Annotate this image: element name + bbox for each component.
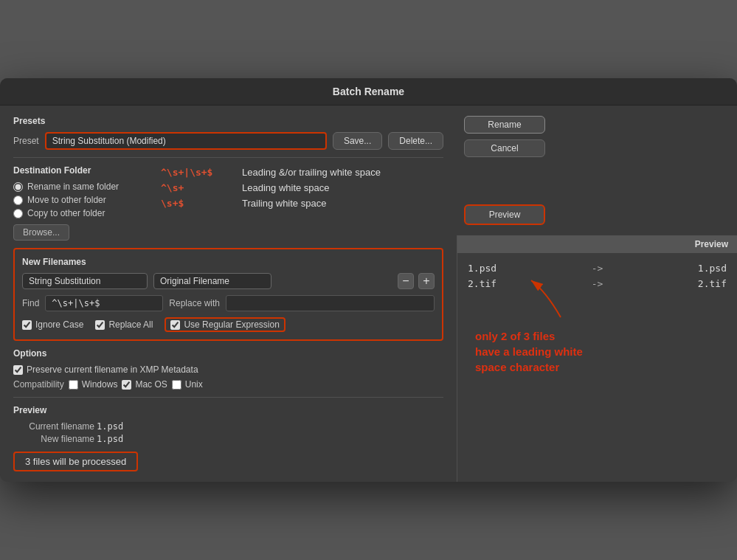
save-button[interactable]: Save...: [333, 132, 382, 150]
preview-filename-grid: Current filename 1.psd New filename 1.ps…: [13, 421, 443, 444]
presets-section: Presets Preset String Substitution (Modi…: [13, 116, 443, 150]
use-regex-checkbox[interactable]: Use Regular Expression: [165, 317, 285, 332]
nf-controls: − +: [398, 273, 435, 289]
preview-row-2: 2.tif -> 2.tif: [468, 276, 727, 291]
preview-panel-header: Preview: [457, 235, 737, 253]
new-filenames-label: New Filenames: [22, 257, 435, 267]
right-buttons: Rename Cancel Preview: [457, 106, 553, 235]
compat-label: Compatibility: [13, 379, 64, 390]
preview-orig-2: 2.tif: [468, 278, 496, 289]
new-filename-key: New filename: [13, 434, 94, 444]
code-1: ^\s+|\s+$: [161, 165, 212, 181]
preset-select[interactable]: String Substitution (Modified): [45, 132, 327, 150]
minus-button[interactable]: −: [398, 273, 414, 289]
current-filename-key: Current filename: [13, 421, 94, 432]
preview-button[interactable]: Preview: [464, 204, 545, 225]
destination-label: Destination Folder: [13, 165, 161, 176]
tooltip-codes: ^\s+|\s+$ ^\s+ \s+$: [161, 165, 212, 211]
nf-type-select[interactable]: String Substitution: [22, 273, 148, 289]
tooltip-desc-1: Leading &/or trailing white space: [242, 165, 381, 181]
preview-bottom-label: Preview: [13, 405, 443, 415]
nf-source-select[interactable]: Original Filename: [153, 273, 271, 289]
tooltip-area: ^\s+|\s+$ ^\s+ \s+$ Leading &/or trailin…: [161, 165, 443, 241]
code-2: ^\s+: [161, 181, 212, 196]
options-label: Options: [13, 348, 443, 359]
preserve-xmp-checkbox[interactable]: Preserve current filename in XMP Metadat…: [13, 364, 443, 375]
ignore-case-label: Ignore Case: [35, 319, 83, 330]
title-bar: Batch Rename: [0, 78, 737, 106]
replace-all-label: Replace All: [108, 319, 153, 330]
ignore-case-checkbox[interactable]: Ignore Case: [22, 317, 83, 332]
unix-label: Unix: [185, 379, 203, 390]
current-filename-val: 1.psd: [97, 421, 443, 432]
radio-rename-same[interactable]: Rename in same folder: [13, 182, 161, 192]
delete-button[interactable]: Delete...: [388, 132, 443, 150]
replace-label: Replace with: [169, 298, 220, 308]
destination-section: Destination Folder Rename in same folder…: [13, 165, 443, 241]
preview-result-2: 2.tif: [698, 278, 727, 289]
macos-compat[interactable]: Mac OS: [122, 379, 167, 390]
macos-label: Mac OS: [135, 379, 167, 390]
destination-left: Destination Folder Rename in same folder…: [13, 165, 161, 241]
preview-row-1: 1.psd -> 1.psd: [468, 260, 727, 276]
code-3: \s+$: [161, 196, 212, 212]
files-badge: 3 files will be processed: [13, 452, 138, 471]
plus-button[interactable]: +: [418, 273, 435, 289]
preview-panel-rows: 1.psd -> 1.psd 2.tif -> 2.tif: [457, 253, 737, 299]
nf-find-row: Find Replace with: [22, 295, 435, 311]
dialog-title: Batch Rename: [333, 86, 404, 97]
preview-arrow-1: ->: [592, 263, 603, 274]
preview-bottom-section: Preview Current filename 1.psd New filen…: [13, 405, 443, 471]
preview-orig-1: 1.psd: [468, 263, 496, 274]
left-panel: Presets Preset String Substitution (Modi…: [0, 106, 457, 482]
new-filenames-box: New Filenames String Substitution Origin…: [13, 248, 443, 341]
preview-result-1: 1.psd: [698, 263, 727, 274]
replace-input[interactable]: [226, 295, 435, 311]
right-preview-panel: Preview 1.psd -> 1.psd 2.tif -> 2.tif: [457, 235, 737, 482]
batch-rename-dialog: Batch Rename Presets Preset String Subst…: [0, 78, 737, 482]
presets-label: Presets: [13, 116, 443, 126]
radio-copy-other[interactable]: Copy to other folder: [13, 208, 161, 218]
destination-radio-group: Rename in same folder Move to other fold…: [13, 182, 161, 218]
find-input[interactable]: [45, 295, 163, 311]
cancel-button[interactable]: Cancel: [464, 139, 545, 157]
unix-compat[interactable]: Unix: [172, 379, 203, 390]
annotation-text: only 2 of 3 files have a leading white s…: [468, 328, 727, 375]
windows-compat[interactable]: Windows: [69, 379, 118, 390]
find-label: Find: [22, 298, 39, 308]
preview-arrow-2: ->: [592, 278, 603, 289]
tooltip-desc-2: Leading white space: [242, 181, 381, 196]
annotation-area: only 2 of 3 files have a leading white s…: [457, 299, 737, 385]
compatibility-row: Compatibility Windows Mac OS Unix: [13, 379, 443, 390]
preserve-xmp-label: Preserve current filename in XMP Metadat…: [27, 364, 198, 375]
replace-all-checkbox[interactable]: Replace All: [95, 317, 153, 332]
preset-label: Preset: [13, 136, 39, 146]
tooltip-desc-3: Trailing white space: [242, 196, 381, 212]
windows-label: Windows: [82, 379, 118, 390]
options-section: Options Preserve current filename in XMP…: [13, 348, 443, 390]
nf-checkboxes: Ignore Case Replace All Use Regular Expr…: [22, 317, 435, 332]
tooltip-descriptions: Leading &/or trailing white space Leadin…: [242, 165, 381, 211]
nf-type-row: String Substitution Original Filename − …: [22, 273, 435, 289]
annotation-arrow-svg: [516, 277, 590, 321]
use-regex-label: Use Regular Expression: [184, 319, 279, 330]
browse-button[interactable]: Browse...: [13, 224, 69, 241]
radio-move-other[interactable]: Move to other folder: [13, 195, 161, 205]
rename-button[interactable]: Rename: [464, 116, 545, 134]
right-side: Rename Cancel Preview Preview 1.psd -> 1…: [457, 106, 737, 482]
new-filename-val: 1.psd: [97, 434, 443, 444]
